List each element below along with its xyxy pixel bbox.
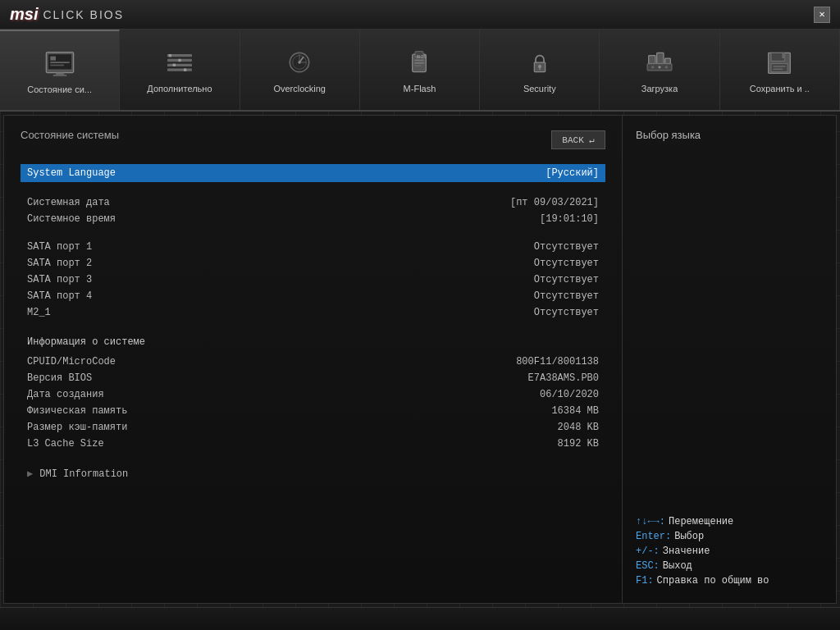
msi-text: msi [10,5,38,24]
section-title: Состояние системы [21,129,119,141]
boot-icon [640,46,679,79]
sysinfo-row: Дата создания06/10/2020 [21,387,605,402]
shortcut-key: ↑↓←→: [636,516,665,527]
svg-rect-24 [415,62,425,64]
dmi-row[interactable]: ▶ DMI Information [21,464,605,483]
tab-advanced-label: Дополнительно [147,84,212,94]
svg-rect-10 [167,69,192,71]
msi-logo: msi CLICK BIOS [10,5,124,24]
sysinfo-group: Информация о системе CPUID/MicroCode800F… [21,333,605,451]
shortcut-row: +/-: Значение [636,546,823,557]
tab-boot[interactable]: Загрузка [600,30,719,110]
date-value: [пт 09/03/2021] [510,197,599,208]
tab-security-label: Security [523,84,556,94]
svg-rect-9 [167,64,192,66]
sysinfo-title: Информация о системе [21,333,605,351]
help-title: Выбор языка [636,129,823,141]
tab-mflash[interactable]: BIOS M-Flash [360,30,480,110]
main-panel: Состояние системы BACK ↵ System Language… [4,116,623,603]
security-icon [520,46,559,79]
tab-save-label: Сохранить и .. [750,84,810,94]
shortcut-row: ESC: Выход [636,560,823,572]
svg-point-34 [651,66,654,68]
tab-save[interactable]: Сохранить и .. [720,30,840,110]
shortcut-key: ESC: [636,560,660,572]
time-label: Системное время [27,213,191,225]
shortcut-desc: Справка по общим во [657,575,769,587]
svg-rect-40 [771,64,788,72]
svg-point-36 [665,66,668,68]
svg-rect-14 [184,69,186,71]
system-language-row[interactable]: System Language [Русский] [21,164,605,182]
overclocking-icon [280,46,319,79]
svg-rect-41 [774,66,786,67]
svg-rect-30 [649,56,655,64]
shortcut-row: Enter: Выбор [636,531,823,542]
bottom-bar [0,607,840,630]
sysinfo-row: Физическая память16384 MB [21,404,605,418]
main-container: msi CLICK BIOS ✕ Состояние си... [0,0,840,630]
svg-rect-13 [173,64,176,66]
sata-row: SATA порт 1Отсутствует [21,240,605,254]
title-bar: msi CLICK BIOS ✕ [0,0,840,30]
time-value: [19:01:10] [540,213,599,225]
svg-rect-4 [50,65,64,66]
tab-advanced[interactable]: Дополнительно [120,30,240,110]
svg-rect-3 [50,62,69,63]
sysinfo-row: L3 Cache Size8192 KB [21,436,605,451]
svg-point-35 [658,66,660,68]
nav-bar: Состояние си... Дополнительно [0,30,840,112]
svg-rect-23 [415,60,425,62]
datetime-group: Системная дата [пт 09/03/2021] Системное… [21,195,605,226]
svg-rect-39 [783,52,785,58]
lang-value: [Русский] [546,167,599,179]
tab-overclocking[interactable]: Overclocking [240,30,360,110]
shortcut-desc: Перемещение [669,516,733,527]
shortcut-key: +/-: [636,546,660,557]
tab-overclocking-label: Overclocking [273,84,326,94]
sata-row: SATA порт 3Отсутствует [21,272,605,287]
tab-security[interactable]: Security [480,30,600,110]
panel-header: Состояние системы BACK ↵ [21,129,605,151]
help-section: Выбор языка [636,129,823,151]
svg-rect-42 [774,69,783,71]
shortcut-key: F1: [636,575,654,587]
svg-rect-31 [657,52,664,63]
shortcut-desc: Выход [663,560,692,572]
tab-status-label: Состояние си... [27,84,92,94]
shortcut-row: ↑↓←→: Перемещение [636,516,823,527]
svg-rect-2 [50,57,56,61]
svg-rect-12 [178,59,180,62]
sata-group: SATA порт 1ОтсутствуетSATA порт 2Отсутст… [21,240,605,320]
date-row: Системная дата [пт 09/03/2021] [21,195,605,210]
svg-rect-5 [56,73,64,75]
svg-point-28 [538,65,541,68]
right-panel: Выбор языка ↑↓←→: ПеремещениеEnter: Выбо… [623,116,836,603]
svg-rect-6 [52,75,66,76]
date-label: Системная дата [27,197,191,208]
sysinfo-row: CPUID/MicroCode800F11/8001138 [21,354,605,369]
time-row: Системное время [19:01:10] [21,212,605,226]
advanced-icon [160,46,199,79]
save-icon [760,46,799,79]
status-icon [40,47,80,80]
sysinfo-row: Версия BIOSE7A38AMS.PB0 [21,371,605,386]
close-button[interactable]: ✕ [814,7,830,23]
shortcut-row: F1: Справка по общим во [636,575,823,587]
svg-rect-11 [169,54,171,57]
sata-row: SATA порт 2Отсутствует [21,256,605,271]
sata-row: SATA порт 4Отсутствует [21,289,605,304]
back-button[interactable]: BACK ↵ [551,130,605,149]
dmi-arrow-icon: ▶ [27,468,33,480]
mflash-icon: BIOS [399,46,439,79]
click-bios-text: CLICK BIOS [43,8,124,21]
shortcut-desc: Значение [663,546,710,557]
tab-status[interactable]: Состояние си... [0,30,120,110]
content-area: Состояние системы BACK ↵ System Language… [3,115,837,604]
sata-row: M2_1Отсутствует [21,305,605,320]
dmi-label: DMI Information [39,468,128,480]
svg-rect-32 [665,58,671,64]
sysinfo-row: Размер кэш-памяти2048 KB [21,420,605,435]
svg-rect-25 [415,65,422,66]
tab-boot-label: Загрузка [641,84,678,94]
